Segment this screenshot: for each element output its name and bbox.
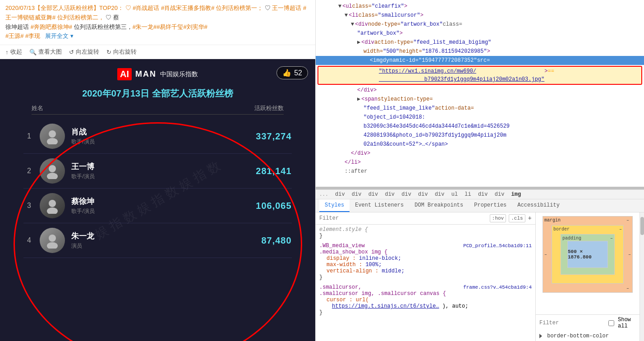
dom-attr-action-val: "feed_list_media_bigimg" <box>413 38 491 46</box>
post-date: 2020/07/13【全部艺人活跃粉丝榜】TOP20： <box>5 5 124 11</box>
right-scrollbar[interactable] <box>639 212 644 341</box>
dom-attr-dynamicid-val: "1594777772087352" <box>419 56 477 65</box>
bc-sep-3 <box>380 191 383 198</box>
dom-attr-height-val: "1876.8115942028985" <box>422 47 487 55</box>
dom-line-div-close2: </div> <box>316 149 644 158</box>
expand-li[interactable]: ▼ <box>345 11 348 19</box>
expand-div-media[interactable]: ▶ <box>357 38 360 46</box>
bc-div-5[interactable]: div <box>401 191 411 198</box>
expand-span[interactable]: ▶ <box>357 95 360 103</box>
style-prop-display: display : inline-block; <box>319 255 532 262</box>
rotate-left-btn[interactable]: ↺ 向左旋转 <box>69 48 99 56</box>
filter-bar: :hov .cls + <box>316 212 535 225</box>
style-source-wb[interactable]: PCD_profile…54cba1d9:11 <box>463 243 532 249</box>
prop-colon: : <box>353 255 359 262</box>
bc-div-1[interactable]: div <box>335 191 345 198</box>
bc-div-4[interactable]: div <box>385 191 395 198</box>
dom-line-img-selected[interactable]: <img dynamic-id= "1594777772087352" src= <box>316 56 644 65</box>
person-name-1: 肖战 <box>71 127 256 137</box>
bm-margin-dash-right: – <box>628 252 631 257</box>
col-name: 姓名 <box>32 104 43 112</box>
filter-bottom-input[interactable] <box>539 320 605 326</box>
bm-margin-dash-left: – <box>544 252 547 257</box>
tab-styles[interactable]: Styles <box>319 199 350 212</box>
prop-name-valign: vertical-align <box>327 268 372 274</box>
style-prop-cursor: cursor : url( <box>319 297 532 303</box>
person-name-2: 王一博 <box>71 161 256 172</box>
dom-line-span-like4: b32069c364e3d45dc46cd4da3444d7c1e&mid=45… <box>316 122 644 131</box>
bc-div-2[interactable]: div <box>352 191 362 198</box>
bc-sep-7 <box>446 191 450 198</box>
filter-input[interactable] <box>319 215 487 221</box>
dom-attr-class: class= <box>352 2 372 10</box>
dom-line-div-media: ▶ <div action-type= "feed_list_media_big… <box>316 38 644 47</box>
style-prop-cursor-url: https://img.t.sinajs.cn/t6/style… ), aut… <box>319 303 532 309</box>
svg-point-4 <box>49 200 56 207</box>
bc-div-9[interactable]: div <box>495 191 505 198</box>
post-header: 2020/07/13【全部艺人活跃粉丝榜】TOP20： ♡ #肖战超话 #肖战宋… <box>0 0 315 45</box>
expand-div-artwork[interactable]: ▼ <box>351 20 354 28</box>
dom-attr-class-text: class= <box>443 20 462 28</box>
prop-name-maxwidth: max-width <box>327 262 356 268</box>
tab-properties[interactable]: Properties <box>469 199 512 212</box>
img-src-link[interactable]: "https://wx1.sinaimg.cn/mw690/ b79023fd1… <box>379 67 544 83</box>
bc-img[interactable]: img <box>511 191 521 198</box>
bc-div-7[interactable]: div <box>435 191 445 198</box>
person-role-1: 歌手/演员 <box>71 138 256 146</box>
person-info-2: 王一博 歌手/演员 <box>71 161 256 180</box>
bc-div-3[interactable]: div <box>368 191 378 198</box>
dom-tree: ▼ <ul class= "clearfix" > ▼ <li class= "… <box>316 0 644 189</box>
prop-val-valign: middle; <box>382 268 404 274</box>
prop-colon4: : url( <box>349 297 368 303</box>
bm-size: 500 × 1876.800 <box>568 249 607 260</box>
dom-line-div-artwork2: "artwork_box" > <box>316 29 644 38</box>
prop-name-display: display <box>327 255 349 262</box>
style-source-sc[interactable]: frame.css?v…454cba1d9:4 <box>463 285 532 290</box>
svg-point-0 <box>49 130 56 138</box>
prop-name-cursor: cursor <box>327 297 346 303</box>
scrollbar-thumb[interactable] <box>640 217 644 235</box>
bm-padding-dash: – <box>610 236 613 241</box>
dom-scrollable[interactable]: ▼ <ul class= "clearfix" > ▼ <li class= "… <box>316 2 644 185</box>
dom-tag-li: <li <box>349 11 359 19</box>
bc-sep-11 <box>506 191 509 198</box>
dom-line-span-like6: 02a1n03&count=52">…</span> <box>316 140 644 149</box>
style-close-sc: } <box>319 309 532 316</box>
person-score-3: 106,065 <box>256 201 291 211</box>
style-selector-sc: .smallcursor, <box>319 284 362 290</box>
person-role-4: 演员 <box>71 242 261 250</box>
style-rule-wb-header: .WB_media_view PCD_profile…54cba1d9:11 <box>319 243 532 249</box>
person-name-4: 朱一龙 <box>71 231 261 241</box>
expand-ul[interactable]: ▼ <box>338 2 341 10</box>
tab-dom-breakpoints[interactable]: DOM Breakpoints <box>409 199 469 212</box>
col-score: 活跃粉丝数 <box>254 104 284 112</box>
rank-4: 4 <box>23 236 34 244</box>
bc-sep-1 <box>347 191 350 198</box>
avatar-2 <box>40 158 65 184</box>
expand-btn[interactable]: 展开全文 ▾ <box>45 32 74 39</box>
bc-li[interactable]: li <box>465 191 471 198</box>
dom-line-div-media2: width= "500" height= "1876.8115942028985… <box>316 47 644 56</box>
border-bottom-label: border-bottom-color <box>547 333 609 339</box>
show-all-checkbox[interactable] <box>608 320 614 326</box>
bc-ul[interactable]: ul <box>451 191 458 198</box>
cursor-url-link[interactable]: https://img.t.sinajs.cn/t6/style… <box>332 303 439 309</box>
dom-attr-count: 02a1n03&count=52">…</span> <box>363 140 448 148</box>
rotate-right-btn[interactable]: ↻ 向右旋转 <box>106 48 137 56</box>
tab-accessibility[interactable]: Accessibility <box>512 199 565 212</box>
view-large-btn[interactable]: 🔍 查看大图 <box>29 48 62 56</box>
logo-man: MAN <box>135 69 156 79</box>
bc-div-6[interactable]: div <box>418 191 428 198</box>
filter-cls-btn[interactable]: .cls <box>509 214 525 222</box>
bc-sep-9 <box>473 191 476 198</box>
collapse-label: 收起 <box>10 48 22 56</box>
collapse-btn[interactable]: ↑ 收起 <box>5 48 22 56</box>
filter-add-btn[interactable]: + <box>528 215 532 222</box>
bc-div-8[interactable]: div <box>478 191 488 198</box>
style-prop-maxwidth: max-width : 100%; <box>319 262 532 268</box>
style-rule-element: element.style { } <box>319 226 532 239</box>
dom-attr-actiondata: action-data= <box>435 104 474 112</box>
filter-hov-btn[interactable]: :hov <box>490 214 506 222</box>
dom-attr-height: height= <box>399 47 422 55</box>
tab-event-listeners[interactable]: Event Listeners <box>350 199 409 212</box>
